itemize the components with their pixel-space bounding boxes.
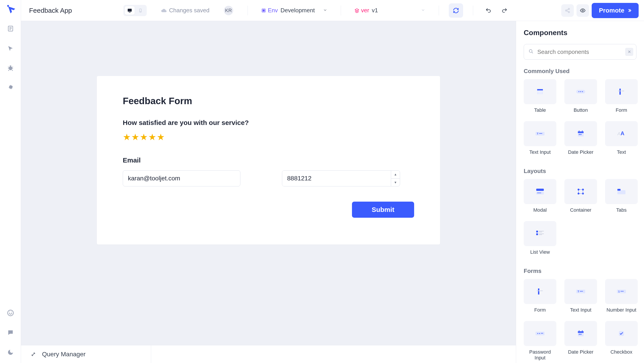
svg-rect-29 — [578, 131, 584, 133]
number-input-wrapper: ▲ ▼ — [282, 170, 400, 186]
promote-button[interactable]: Promote — [592, 3, 639, 18]
star-icon[interactable]: ★ — [140, 132, 148, 142]
svg-rect-50 — [539, 235, 542, 235]
component-datepicker[interactable]: Date Picker — [564, 121, 597, 155]
dark-mode-icon[interactable] — [5, 347, 16, 358]
svg-rect-65 — [578, 331, 584, 333]
mobile-device-button[interactable] — [136, 6, 145, 15]
password-icon — [524, 321, 556, 346]
app-name[interactable]: Feedback App — [29, 7, 72, 14]
component-label: Button — [574, 107, 588, 113]
svg-rect-24 — [622, 91, 624, 91]
decrement-button[interactable]: ▼ — [391, 179, 400, 186]
svg-rect-59 — [620, 291, 624, 292]
component-password[interactable]: Password Input — [524, 321, 556, 361]
svg-rect-17 — [537, 89, 543, 90]
svg-point-13 — [568, 11, 570, 13]
svg-point-21 — [582, 91, 583, 92]
support-icon[interactable] — [5, 308, 16, 318]
section-forms: Forms — [524, 268, 636, 275]
redo-button[interactable] — [499, 3, 510, 18]
number-input[interactable] — [282, 171, 391, 186]
svg-rect-46 — [539, 231, 544, 231]
user-avatar[interactable]: KR — [224, 6, 233, 15]
component-form[interactable]: Form — [605, 79, 638, 113]
svg-rect-47 — [539, 232, 542, 232]
search-icon — [528, 49, 534, 55]
component-tabs[interactable]: Tabs — [605, 179, 638, 213]
env-icon — [261, 8, 266, 13]
svg-rect-10 — [263, 9, 264, 11]
increment-button[interactable]: ▲ — [391, 171, 400, 179]
search-input[interactable] — [524, 44, 636, 60]
debug-icon[interactable] — [5, 63, 16, 73]
component-modal[interactable]: Modal — [524, 179, 556, 213]
app-logo[interactable] — [5, 3, 16, 14]
save-status-text: Changes saved — [169, 7, 210, 14]
component-numberinput[interactable]: 1Number Input — [605, 279, 638, 313]
share-button[interactable] — [561, 4, 574, 17]
desktop-device-button[interactable] — [125, 6, 134, 15]
device-toggle — [124, 5, 147, 16]
clear-search-icon[interactable]: ✕ — [625, 48, 633, 56]
submit-button[interactable]: Submit — [352, 202, 414, 218]
form-card[interactable]: Feedback Form How satisfied are you with… — [97, 76, 440, 245]
component-table[interactable]: Table — [524, 79, 556, 113]
table-icon — [524, 79, 556, 104]
comments-icon[interactable] — [5, 327, 16, 338]
svg-rect-36 — [536, 189, 544, 191]
star-icon[interactable]: ★ — [131, 132, 139, 142]
chevron-down-icon — [421, 7, 425, 14]
button-icon — [564, 79, 597, 104]
form-title: Feedback Form — [123, 96, 414, 106]
svg-point-12 — [566, 10, 567, 11]
component-label: Checkbox — [610, 349, 632, 355]
question-label: How satisfied are you with our service? — [123, 119, 414, 126]
component-label: Table — [534, 107, 546, 113]
left-sidebar — [0, 0, 21, 363]
checkbox-icon — [605, 321, 638, 346]
inspect-icon[interactable] — [5, 43, 16, 54]
divider — [248, 5, 248, 15]
component-label: List View — [530, 249, 550, 255]
component-container[interactable]: Container — [564, 179, 597, 213]
component-button[interactable]: Button — [564, 79, 597, 113]
undo-button[interactable] — [483, 3, 494, 18]
environment-picker[interactable]: Env Development — [258, 5, 331, 16]
svg-rect-67 — [580, 334, 582, 335]
preview-button[interactable] — [576, 4, 589, 17]
component-textinput[interactable]: TText Input — [524, 121, 556, 155]
svg-rect-45 — [536, 231, 538, 232]
component-listview[interactable]: List View — [524, 221, 556, 255]
component-label: Date Picker — [568, 149, 594, 155]
svg-rect-22 — [620, 89, 621, 95]
section-common: Commonly Used — [524, 68, 636, 75]
version-picker[interactable]: ver v1 — [351, 5, 429, 16]
component-datepicker[interactable]: Date Picker — [564, 321, 597, 361]
svg-text:A: A — [617, 131, 620, 136]
settings-icon[interactable] — [5, 82, 16, 93]
pages-icon[interactable] — [5, 23, 16, 34]
component-label: Text Input — [570, 307, 591, 313]
component-label: Date Picker — [568, 349, 594, 355]
component-label: Number Input — [606, 307, 636, 313]
component-form[interactable]: Form — [524, 279, 556, 313]
star-icon[interactable]: ★ — [148, 132, 156, 142]
query-manager-toggle[interactable]: Query Manager — [21, 345, 151, 363]
star-icon[interactable]: ★ — [123, 132, 131, 142]
canvas[interactable]: Feedback Form How satisfied are you with… — [21, 21, 516, 363]
star-icon[interactable]: ★ — [157, 132, 165, 142]
numberinput-icon: 1 — [605, 279, 638, 304]
divider — [473, 5, 473, 15]
star-rating[interactable]: ★ ★ ★ ★ ★ — [123, 132, 414, 142]
datepicker-icon — [564, 321, 597, 346]
component-checkbox[interactable]: Checkbox — [605, 321, 638, 361]
email-input[interactable] — [123, 170, 240, 186]
svg-point-11 — [568, 8, 570, 9]
svg-rect-30 — [579, 134, 580, 135]
component-text[interactable]: AAText — [605, 121, 638, 155]
svg-point-14 — [582, 9, 584, 11]
component-label: Tabs — [616, 207, 626, 213]
refresh-button[interactable] — [449, 3, 463, 18]
component-textinput[interactable]: TText Input — [564, 279, 597, 313]
